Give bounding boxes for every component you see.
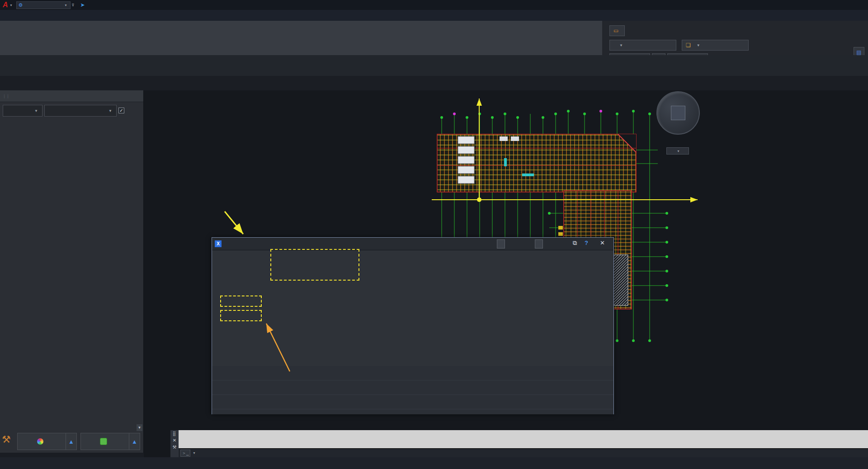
panel-tools-icon[interactable]: ⚒ xyxy=(2,434,11,446)
drag-grip-icon[interactable]: ⋮⋮ xyxy=(0,94,12,98)
share-icon: ➤ xyxy=(80,2,85,8)
section-display-button[interactable]: ▭ xyxy=(609,25,625,36)
search-input[interactable]: ▼ xyxy=(44,105,117,117)
workspace-selector[interactable]: ⚙ ▾ xyxy=(16,1,71,9)
base-map-icon xyxy=(100,438,107,445)
base-map-expand-icon[interactable]: ▲ xyxy=(129,433,140,450)
workspace-extra-caret-icon[interactable]: ⊽ xyxy=(72,3,75,7)
logo-caret-icon[interactable]: ▾ xyxy=(10,3,12,7)
panel-icon: ▤ xyxy=(856,49,861,56)
chevron-down-icon: ▼ xyxy=(697,43,700,47)
single-select-mode-checkbox[interactable]: ✓ xyxy=(118,108,126,113)
material-render-icon: ❏ xyxy=(686,42,691,48)
function-help-button[interactable] xyxy=(535,239,543,249)
view-compass[interactable] xyxy=(656,91,700,135)
close-icon[interactable]: ✕ xyxy=(600,239,605,246)
material-render-button[interactable]: ❏ ▼ xyxy=(682,40,749,51)
tree-scroll-down-button[interactable]: ▼ xyxy=(137,424,142,431)
base-map-button[interactable]: ▲ xyxy=(80,433,140,450)
section-display-icon: ▭ xyxy=(613,28,618,34)
chevron-down-icon: ▼ xyxy=(34,109,38,113)
wrench-icon[interactable]: ⚒ xyxy=(173,445,177,450)
grip-dots-icon: ⣿ xyxy=(173,431,176,436)
highlight-box-parallel-group-1 xyxy=(220,295,262,307)
table-empty-area xyxy=(212,366,613,414)
highlight-box-parallel-group-2 xyxy=(220,310,262,321)
close-icon[interactable]: ✕ xyxy=(173,438,176,443)
command-palette-grip[interactable]: ⣿ ✕ ⚒ xyxy=(170,430,179,457)
ribbon xyxy=(0,21,602,55)
color-render-button[interactable]: ▼ xyxy=(609,40,676,51)
share-button[interactable]: ➤ xyxy=(80,2,86,8)
gear-icon: ⚙ xyxy=(19,2,23,8)
chevron-down-icon: ▾ xyxy=(677,149,679,153)
visual-style-icon xyxy=(37,438,43,445)
highlight-box-columns xyxy=(270,249,359,281)
checkbox-icon: ✓ xyxy=(118,108,124,113)
chevron-down-icon: ▼ xyxy=(619,43,623,47)
view-control-panel-header[interactable]: ⋮⋮ xyxy=(0,90,143,102)
visual-style-button[interactable]: ▲ xyxy=(17,433,77,450)
status-bar xyxy=(0,457,868,469)
axis-info-dialog[interactable]: X ⧉ ? ✕ xyxy=(212,237,614,414)
title-bar: A ▾ ⚙ ▾ ⊽ ➤ xyxy=(0,0,868,10)
wcs-selector[interactable]: ▾ xyxy=(666,147,689,155)
dialog-title-bar[interactable]: X xyxy=(212,238,613,250)
command-input[interactable]: ＞_ ▾ xyxy=(179,448,868,457)
autocad-logo-icon[interactable]: A xyxy=(2,1,9,9)
plugin-toolbar xyxy=(0,76,868,90)
visual-style-expand-icon[interactable]: ▲ xyxy=(66,433,76,450)
dialog-app-icon: X xyxy=(215,240,222,247)
chevron-down-icon: ▾ xyxy=(65,3,67,7)
compass-top-button[interactable] xyxy=(671,106,685,120)
help-icon[interactable]: ? xyxy=(585,239,588,246)
file-tab-bar xyxy=(0,55,868,76)
ribbon-tab-row xyxy=(0,10,868,21)
view-control-panel: ⋮⋮ ▼ ▼ ✓ ▼ ⚒ ▲ ▲ xyxy=(0,90,144,453)
chevron-down-icon: ▼ xyxy=(108,109,112,113)
system-info-button[interactable] xyxy=(497,239,505,249)
chevron-down-icon: ▾ xyxy=(193,451,195,455)
floor-filter-dropdown[interactable]: ▼ xyxy=(3,105,42,117)
command-history[interactable] xyxy=(179,430,868,448)
command-prompt-icon: ＞_ xyxy=(180,450,190,457)
copy-icon[interactable]: ⧉ xyxy=(573,239,577,247)
